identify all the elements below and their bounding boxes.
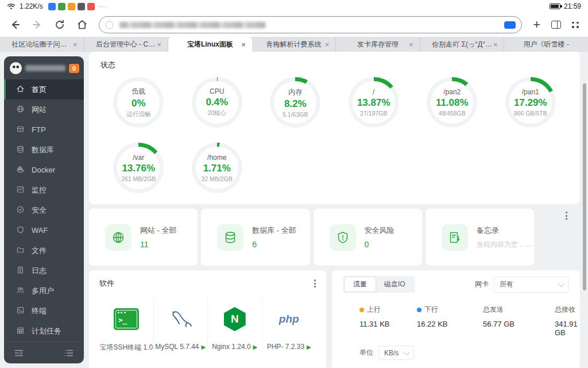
gauge-/home[interactable]: /home1.71%32 MB/2GB — [178, 143, 257, 193]
gauge-text: 负载0%运行流畅 — [113, 77, 164, 128]
page-scrollbar[interactable] — [583, 83, 586, 290]
stat-label: 总接收 — [555, 305, 578, 315]
browser-tab[interactable]: 你别走吖 Σ(っ°Д°;…× — [420, 37, 505, 52]
tab-title: 青梅解析计费系统 — [266, 40, 322, 49]
tab-close-icon[interactable]: × — [409, 41, 413, 48]
status-panel: 状态 负载0%运行流畅CPU0.4%20核心内存8.2%5.1/63GB/13.… — [89, 52, 580, 204]
gauge-内存[interactable]: 内存8.2%5.1/63GB — [256, 77, 335, 128]
message-count-badge[interactable]: 0 — [69, 64, 79, 73]
back-button[interactable] — [9, 19, 21, 30]
gauge-text: /home1.71%32 MB/2GB — [192, 143, 242, 193]
nginx-icon: N — [224, 301, 246, 337]
clock: 21:59 — [564, 2, 581, 10]
software-item-PHP- 7.2.33[interactable]: phpPHP- 7.2.33▶ — [262, 296, 316, 352]
software-panel: 软件 >_宝塔SSH终端 1.0MySQL 5.7.44▶NNginx 1.24… — [89, 270, 326, 368]
wifi-icon — [7, 3, 16, 10]
sidebar-item-日志[interactable]: 日志 — [4, 260, 84, 281]
card-数据库 - 全部[interactable]: 数据库 - 全部6 — [201, 209, 310, 266]
gauge-text: /13.87%27/197GB — [349, 77, 399, 128]
software-item-宝塔SSH终端 1.0[interactable]: >_宝塔SSH终端 1.0 — [99, 296, 154, 352]
unit-select[interactable]: KB/s — [378, 346, 414, 360]
card-text: 数据库 - 全部6 — [252, 225, 296, 249]
card-placeholder: 当前内容为空，点击… — [477, 240, 534, 250]
split-screen-button[interactable] — [551, 21, 561, 29]
sidebar-item-计划任务[interactable]: 计划任务 — [4, 321, 84, 341]
app-icon-blue[interactable] — [48, 3, 56, 10]
tab-close-icon[interactable]: × — [325, 41, 330, 48]
gauge-text: /pan211.08%48/458GB — [427, 77, 477, 128]
traffic-tab-磁盘IO[interactable]: 磁盘IO — [376, 277, 414, 292]
card-备忘录[interactable]: 备忘录当前内容为空，点击… — [425, 209, 534, 266]
gauge-负载[interactable]: 负载0%运行流畅 — [99, 77, 178, 128]
gauge-value: 1.71% — [203, 163, 231, 174]
sidebar-item-文件[interactable]: 文件 — [4, 240, 84, 260]
sidebar-item-首页[interactable]: 首页 — [4, 79, 84, 99]
cards-more-menu-icon[interactable] — [566, 212, 567, 220]
sidebar-item-终端[interactable]: 终端 — [4, 301, 84, 321]
gauge-sub: 966 GB/5TB — [514, 110, 547, 117]
sidebar-item-Docker[interactable]: Docker — [4, 160, 84, 180]
card-网站 - 全部[interactable]: 网站 - 全部11 — [89, 209, 198, 266]
statusbar-more-icon[interactable]: ··· — [99, 2, 107, 10]
address-bar[interactable] — [99, 16, 522, 33]
software-item-MySQL 5.7.44[interactable]: MySQL 5.7.44▶ — [154, 296, 208, 352]
sidebar-item-安全[interactable]: 安全 — [4, 200, 84, 220]
sidebar-item-网站[interactable]: 网站 — [4, 99, 84, 120]
gauge-ring: /var13.76%261 MB/2GB — [113, 143, 164, 193]
browser-tab[interactable]: 用户《听雪楼 - — [504, 37, 588, 52]
browser-tab[interactable]: 社区论坛圈子问答…× — [0, 37, 84, 52]
globe-icon — [105, 224, 131, 251]
browser-tab[interactable]: 宝塔Linux面板× — [168, 37, 252, 52]
forward-button[interactable] — [32, 19, 43, 30]
nic-select[interactable]: 所有 — [494, 277, 568, 293]
card-安全风险[interactable]: 安全风险0 — [314, 209, 422, 266]
tab-title: 社区论坛圈子问答… — [11, 40, 72, 49]
tab-close-icon[interactable]: × — [157, 41, 162, 48]
sidebar-header[interactable]: 0 — [4, 56, 84, 79]
tab-close-icon[interactable]: × — [493, 41, 498, 48]
gauge-/pan1[interactable]: /pan117.29%966 GB/5TB — [492, 77, 570, 128]
app-icon-red[interactable] — [87, 3, 95, 10]
browser-tab[interactable]: 发卡库存管理× — [336, 37, 420, 52]
traffic-tab-流量[interactable]: 流量 — [345, 277, 376, 292]
chevron-down-icon — [558, 280, 564, 286]
browser-menu-button[interactable] — [572, 22, 579, 28]
sidebar-item-多用户[interactable]: 多用户 — [4, 281, 84, 301]
tab-close-icon[interactable]: × — [241, 41, 246, 48]
sidebar-item-FTP[interactable]: FTP — [4, 120, 84, 140]
globe-icon — [16, 105, 25, 115]
collapse-sidebar-icon[interactable] — [14, 349, 24, 357]
logs-icon — [16, 266, 25, 276]
stat-value: 11.31 KB — [359, 320, 417, 328]
sidebar-item-WAF[interactable]: WAF — [4, 220, 84, 240]
browser-tab[interactable]: 后台管理中心 - Co…× — [84, 37, 169, 52]
sidebar-item-监控[interactable]: 监控 — [4, 180, 84, 200]
gauge-CPU[interactable]: CPU0.4%20核心 — [178, 77, 257, 128]
menu-list-icon[interactable] — [64, 349, 74, 357]
software-more-menu-icon[interactable] — [314, 279, 316, 288]
new-tab-button[interactable]: + — [533, 19, 540, 30]
traffic-stat-总接收: 总接收341.91 GB — [555, 305, 578, 337]
gauge-ring: 内存8.2%5.1/63GB — [270, 77, 320, 128]
refresh-button[interactable] — [54, 19, 65, 30]
software-name: PHP- 7.2.33▶ — [267, 343, 311, 351]
gauge-/var[interactable]: /var13.76%261 MB/2GB — [99, 143, 178, 193]
browser-tab[interactable]: 青梅解析计费系统× — [252, 37, 336, 52]
gauge-value: 8.2% — [284, 98, 307, 110]
traffic-stat-总发送: 总发送56.77 GB — [483, 305, 555, 337]
gauge-/[interactable]: /13.87%27/197GB — [335, 77, 413, 128]
gauge-text: /pan117.29%966 GB/5TB — [505, 77, 556, 128]
tab-close-icon[interactable]: × — [73, 41, 78, 48]
traffic-stat-下行: 下行16.22 KB — [417, 305, 483, 337]
database-icon — [16, 145, 25, 155]
gauge-/pan2[interactable]: /pan211.08%48/458GB — [413, 77, 492, 128]
sidebar-item-数据库[interactable]: 数据库 — [4, 140, 84, 160]
software-item-Nginx 1.24.0[interactable]: NNginx 1.24.0▶ — [208, 296, 262, 352]
app-icon-chat[interactable] — [78, 3, 85, 10]
sidebar-item-label: 首页 — [32, 85, 47, 95]
app-icon-green[interactable] — [58, 3, 65, 10]
tab-title: 发卡库存管理 — [357, 40, 399, 49]
extension-icon[interactable] — [504, 21, 516, 29]
app-icon-orange[interactable] — [68, 3, 75, 10]
home-button[interactable] — [76, 19, 88, 30]
